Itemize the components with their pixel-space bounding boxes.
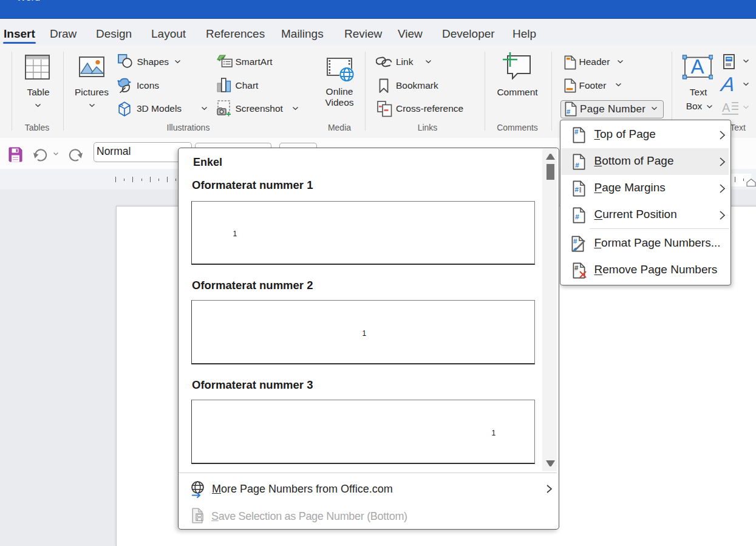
svg-text:#: # [574,128,579,135]
svg-text:#: # [575,213,579,220]
svg-text:A: A [722,101,730,114]
svg-text:#: # [574,264,579,271]
svg-text:#: # [574,186,579,193]
svg-text:A: A [691,55,704,78]
svg-text:#: # [575,162,579,169]
svg-text:#: # [573,237,577,245]
svg-text:#: # [567,108,570,115]
